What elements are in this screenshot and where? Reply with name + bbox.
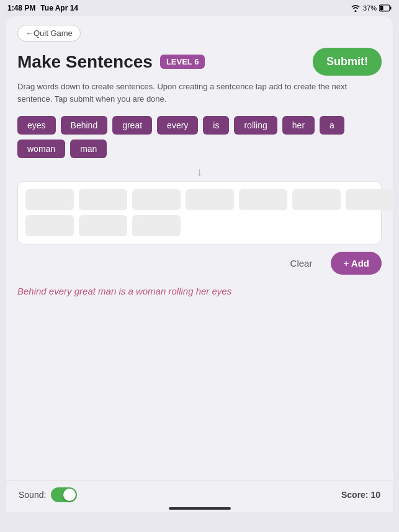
word-slot-10[interactable] xyxy=(132,215,181,236)
word-chip-man[interactable]: man xyxy=(70,140,107,158)
quit-button[interactable]: ←Quit Game xyxy=(17,25,81,42)
word-bank: eyes Behind great every is rolling her a… xyxy=(17,116,382,158)
clear-button[interactable]: Clear xyxy=(282,253,321,273)
title-area: Make Sentences LEVEL 6 xyxy=(17,52,205,72)
word-slot-7[interactable] xyxy=(346,189,394,210)
header-row: Make Sentences LEVEL 6 Submit! xyxy=(17,48,382,76)
sound-area: Sound: xyxy=(19,487,77,502)
word-slot-1[interactable] xyxy=(25,189,74,210)
level-badge: LEVEL 6 xyxy=(160,55,205,69)
word-slot-2[interactable] xyxy=(79,189,127,210)
word-chip-behind[interactable]: Behind xyxy=(61,116,108,135)
status-bar: 1:48 PM Tue Apr 14 37% xyxy=(0,0,399,16)
home-indicator xyxy=(169,507,231,510)
actions-row: Clear + Add xyxy=(17,252,382,275)
drop-arrow: ↓ xyxy=(17,166,382,179)
toggle-knob xyxy=(63,489,76,501)
main-card: ←Quit Game Make Sentences LEVEL 6 Submit… xyxy=(6,16,393,512)
builder-row-2 xyxy=(25,215,374,236)
word-slot-5[interactable] xyxy=(239,189,287,210)
word-slot-4[interactable] xyxy=(186,189,234,210)
word-slot-8[interactable] xyxy=(25,215,74,236)
status-date: Tue Apr 14 xyxy=(40,4,78,12)
sound-toggle[interactable] xyxy=(51,487,77,502)
word-chip-eyes[interactable]: eyes xyxy=(17,116,56,135)
wifi-icon xyxy=(351,4,361,12)
word-slot-9[interactable] xyxy=(79,215,127,236)
arrow-down-icon: ↓ xyxy=(197,166,202,179)
word-chip-her[interactable]: her xyxy=(282,116,315,135)
builder-row-1 xyxy=(25,189,374,210)
word-chip-great[interactable]: great xyxy=(112,116,152,135)
word-slot-6[interactable] xyxy=(292,189,341,210)
composed-sentence: Behind every great man is a woman rollin… xyxy=(17,283,382,299)
instruction-text: Drag words down to create sentences. Upo… xyxy=(17,81,382,105)
page-title: Make Sentences xyxy=(17,52,153,72)
svg-rect-2 xyxy=(380,6,383,11)
battery-icon xyxy=(379,4,392,12)
word-chip-rolling[interactable]: rolling xyxy=(234,116,277,135)
word-chip-every[interactable]: every xyxy=(157,116,198,135)
add-button[interactable]: + Add xyxy=(331,252,382,275)
word-slot-3[interactable] xyxy=(132,189,181,210)
score-display: Score: 10 xyxy=(341,490,380,500)
word-chip-woman[interactable]: woman xyxy=(17,140,65,158)
word-chip-a[interactable]: a xyxy=(320,116,344,135)
svg-rect-1 xyxy=(390,7,392,10)
status-time: 1:48 PM xyxy=(7,4,35,12)
sentence-builder[interactable] xyxy=(17,181,382,244)
submit-button[interactable]: Submit! xyxy=(313,48,382,76)
status-right: 37% xyxy=(351,4,392,12)
quit-label: ←Quit Game xyxy=(25,29,73,38)
word-chip-is[interactable]: is xyxy=(203,116,229,135)
sound-label: Sound: xyxy=(19,490,46,500)
battery-percent: 37% xyxy=(363,4,377,12)
